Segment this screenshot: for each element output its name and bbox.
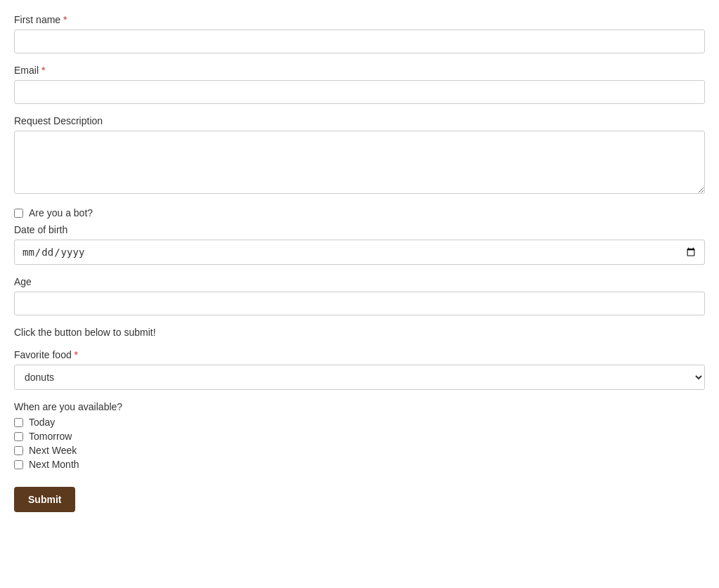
bot-check-group: Are you a bot? — [14, 207, 705, 218]
availability-today-checkbox[interactable] — [14, 418, 23, 427]
availability-next-month-checkbox[interactable] — [14, 460, 23, 469]
first-name-group: First name * — [14, 14, 705, 53]
submit-group: Submit — [14, 481, 705, 512]
request-description-input[interactable] — [14, 131, 705, 194]
age-group: Age — [14, 276, 705, 315]
dob-label: Date of birth — [14, 224, 705, 235]
email-group: Email * — [14, 65, 705, 104]
bot-check-label[interactable]: Are you a bot? — [29, 207, 93, 218]
availability-next-week-checkbox[interactable] — [14, 446, 23, 455]
submit-instruction-text: Click the button below to submit! — [14, 327, 705, 338]
availability-next-month-group: Next Month — [14, 459, 705, 470]
availability-today-group: Today — [14, 417, 705, 428]
email-input[interactable] — [14, 80, 705, 104]
availability-tomorrow-checkbox[interactable] — [14, 432, 23, 441]
age-label: Age — [14, 276, 705, 287]
dob-input[interactable] — [14, 240, 705, 265]
submit-button[interactable]: Submit — [14, 487, 75, 512]
availability-tomorrow-group: Tomorrow — [14, 431, 705, 442]
bot-check-checkbox[interactable] — [14, 209, 23, 218]
request-description-label: Request Description — [14, 115, 705, 126]
availability-group: When are you available? Today Tomorrow N… — [14, 401, 705, 470]
availability-tomorrow-label[interactable]: Tomorrow — [29, 431, 72, 442]
availability-label: When are you available? — [14, 401, 705, 412]
submit-instruction-group: Click the button below to submit! — [14, 327, 705, 338]
availability-today-label[interactable]: Today — [29, 417, 55, 428]
availability-next-month-label[interactable]: Next Month — [29, 459, 79, 470]
favorite-food-select[interactable]: donuts pizza sushi tacos burgers — [14, 365, 705, 390]
availability-next-week-group: Next Week — [14, 445, 705, 456]
favorite-food-label: Favorite food * — [14, 349, 705, 360]
dob-group: Date of birth — [14, 224, 705, 265]
first-name-input[interactable] — [14, 30, 705, 53]
favorite-food-group: Favorite food * donuts pizza sushi tacos… — [14, 349, 705, 390]
request-description-group: Request Description — [14, 115, 705, 196]
age-input[interactable] — [14, 292, 705, 315]
email-label: Email * — [14, 65, 705, 76]
first-name-label: First name * — [14, 14, 705, 25]
availability-next-week-label[interactable]: Next Week — [29, 445, 77, 456]
